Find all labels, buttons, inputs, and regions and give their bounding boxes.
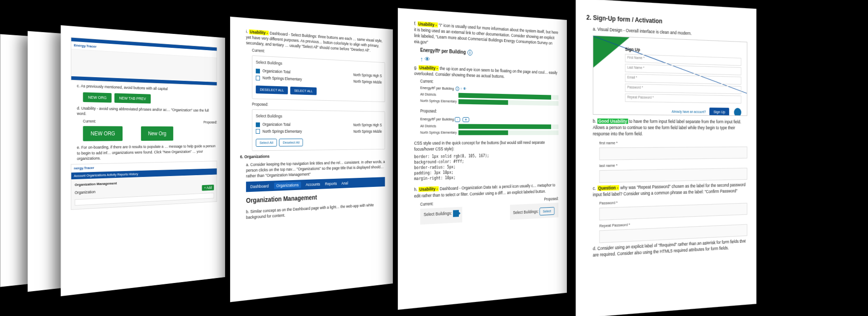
email-field: Email * xyxy=(625,74,741,84)
question-tag: Question - xyxy=(597,185,619,191)
info-icon: i xyxy=(456,86,459,91)
review-page-3: i. Usability - Dashboard - Select Buildi… xyxy=(230,17,393,302)
signup-screenshot: Sign Up First Name * Last Name * Email *… xyxy=(593,35,747,116)
info-icon: i xyxy=(467,49,472,55)
card-title: Select Buildings xyxy=(256,113,382,119)
chart-proposed: Energy/ft² per Building ↑ 👁 All District… xyxy=(420,115,559,135)
app-brand-2: nergy.Tracer xyxy=(74,166,94,170)
item-d: d. Usability - avoid using abbreviated p… xyxy=(77,106,217,118)
pencil-icon xyxy=(453,210,459,217)
select-all-button: SELECT ALL xyxy=(290,87,316,95)
proposed-label: Proposed: xyxy=(252,102,385,109)
new-tab-button: NEW TAB PREV xyxy=(114,93,151,104)
select-buildings-proposed: Select Buildings: Select xyxy=(510,203,559,220)
chart-current: Energy/ft² per Buildingi ↑ 👁 All Distric… xyxy=(420,85,559,106)
signup-button: Sign Up xyxy=(709,107,729,116)
select-buildings-current: Select Buildings: xyxy=(420,207,462,224)
brand-triangle xyxy=(593,36,629,69)
item-e: e. For on-boarding, if there are 0 resul… xyxy=(77,144,217,161)
usability-tag: Usability - xyxy=(419,65,439,71)
css-snippet: border: 1px solid rgb(0, 105, 167); back… xyxy=(414,153,558,182)
select-button: Select xyxy=(539,207,554,215)
app-brand: Energy.Tracer xyxy=(74,43,96,49)
screenshot-onboarding: nergy.Tracer Account Organizations Activ… xyxy=(71,161,217,210)
good-usability-tag: Good Usability xyxy=(597,119,628,124)
building-row: Organization TotalNorth Springs High S xyxy=(256,121,382,128)
screenshot-energytracer: Energy.Tracer xyxy=(71,37,217,86)
deselect-all-button: Deselect All xyxy=(279,139,303,147)
review-page-5: 2. Sign-Up form / Activation a. Visual D… xyxy=(576,0,756,316)
last-name-label: last name * xyxy=(599,161,747,168)
building-row: North Springs ElementaryNorth Springs Mi… xyxy=(256,128,382,135)
current-label: Current: xyxy=(83,119,96,124)
nav-active-organizations: Organizations xyxy=(274,181,301,189)
item-6b: b. Similar concept as on the Dashboard p… xyxy=(246,202,385,220)
usability-tag: Usability - xyxy=(417,21,438,28)
org-label: Organization xyxy=(75,190,95,197)
item-2b: b. Good Usability to have the form input… xyxy=(593,118,747,137)
first-name-label: first name * xyxy=(599,140,747,145)
item-f: f. Usability - "i" icon is usually used … xyxy=(414,21,558,52)
current-label: Current: xyxy=(420,201,434,206)
password-field: Password * xyxy=(625,84,741,94)
org-mgmt-heading: Organization Management xyxy=(246,191,385,204)
current-new-org-button: NEW ORG xyxy=(83,126,122,141)
review-page-4: f. Usability - "i" icon is usually used … xyxy=(398,8,567,310)
avatar-icon xyxy=(734,108,741,116)
password-input xyxy=(599,203,747,220)
select-buildings-current: Select Buildings Organization TotalNorth… xyxy=(252,56,385,102)
css-intro: CSS style used in the quick concept for … xyxy=(414,139,558,152)
repeat-password-field: Repeat Password * xyxy=(625,93,741,103)
deselect-all-button: DESELECT ALL xyxy=(256,85,288,94)
item-6a: a. Consider keeping the top navigation l… xyxy=(246,159,385,179)
item-2c: c. Question - why was "Repeat Password" … xyxy=(593,181,747,198)
select-buildings-proposed: Select Buildings Organization TotalNorth… xyxy=(252,109,385,151)
proposed-new-org-button: New Org xyxy=(141,126,173,141)
nav-screenshot: Dashboard Organizations Accounts Reports… xyxy=(246,177,385,192)
section-6-title: 6. Organizations xyxy=(240,152,385,160)
document-fan: Energy.Tracer c. As previously mentioned… xyxy=(0,0,868,316)
usability-tag: Usability - xyxy=(419,186,439,192)
add-pill: + Add xyxy=(202,185,214,191)
proposed-label: Proposed: xyxy=(203,121,217,125)
first-name-input xyxy=(599,146,747,160)
login-link: Already have an account? xyxy=(672,110,706,114)
review-page-2: Energy.Tracer c. As previously mentioned… xyxy=(61,25,225,297)
new-org-button: NEW ORG xyxy=(83,93,111,103)
proposed-label: Proposed: xyxy=(544,196,559,201)
usability-tag: Usability - xyxy=(249,29,269,35)
last-name-field: Last Name * xyxy=(625,64,741,75)
select-all-button: Select All xyxy=(256,139,277,147)
proposed-label: Proposed: xyxy=(420,108,559,115)
last-name-input xyxy=(599,167,747,182)
